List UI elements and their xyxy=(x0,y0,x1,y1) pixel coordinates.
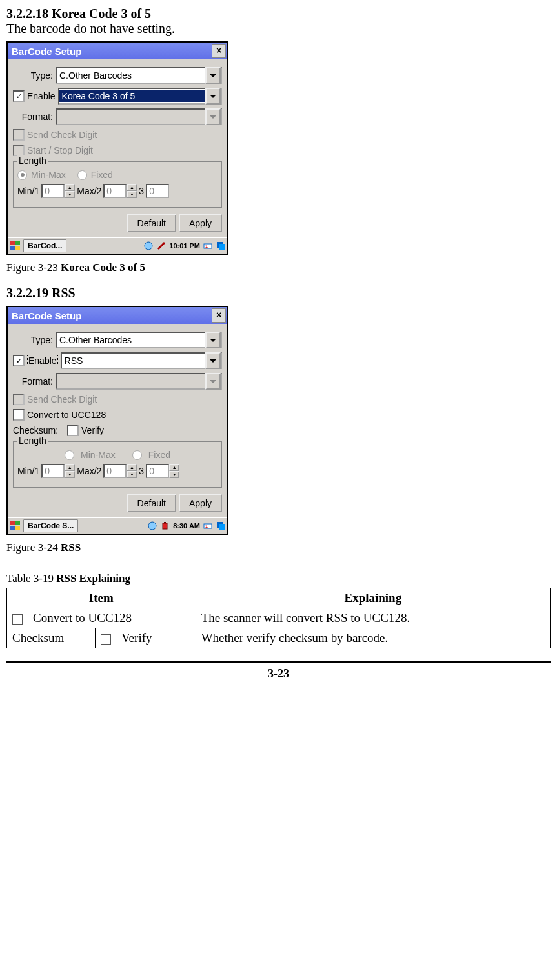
svg-rect-14 xyxy=(163,523,167,529)
th-item: Item xyxy=(7,588,196,608)
table-caption: Table 3-19 RSS Explaining xyxy=(6,572,551,585)
length-legend: Length xyxy=(17,155,48,166)
type-label-2: Type: xyxy=(13,335,53,345)
titlebar-1: BarCode Setup × xyxy=(8,43,227,59)
enable-checkbox-2[interactable]: ✓ xyxy=(13,355,25,366)
convert-ucc-checkbox[interactable] xyxy=(13,409,25,421)
row1-expl: The scanner will convert RSS to UCC128. xyxy=(196,608,550,628)
type-combo-2[interactable]: C.Other Barcodes xyxy=(56,332,222,348)
verify-label: Verify xyxy=(81,425,104,435)
enable-value: Korea Code 3 of 5 xyxy=(59,90,205,102)
taskbar-app-button-2[interactable]: BarCode S... xyxy=(23,519,78,532)
length-fieldset: Length Min-Max Fixed Min/1 0▲▼ Max/2 0▲▼… xyxy=(13,161,222,208)
svg-rect-2 xyxy=(10,246,15,250)
max2-label: Max/2 xyxy=(77,186,101,196)
windows-icon[interactable] xyxy=(216,521,226,531)
type-label: Type: xyxy=(13,70,53,81)
default-button[interactable]: Default xyxy=(127,214,176,232)
send-check-label-2: Send Check Digit xyxy=(27,394,97,405)
fig-prefix-2: Figure 3-24 xyxy=(6,541,61,554)
dropdown-icon[interactable] xyxy=(205,352,221,369)
svg-rect-0 xyxy=(10,241,15,245)
row2-expl: Whether verify checksum by barcode. xyxy=(196,628,550,648)
enable-combo-2[interactable]: RSS xyxy=(61,352,222,369)
length-legend-2: Length xyxy=(17,435,48,446)
section-body-1: The barcode do not have setting. xyxy=(6,21,551,36)
fig-bold-1: Korea Code 3 of 5 xyxy=(61,261,145,274)
minmax-label: Min-Max xyxy=(31,170,66,180)
svg-rect-12 xyxy=(15,526,20,530)
keyboard-icon[interactable]: 1 xyxy=(203,521,213,531)
row2-mid: Verify xyxy=(96,628,196,648)
enable-check-wrap: ✓ Enable xyxy=(13,90,56,102)
svg-rect-10 xyxy=(15,521,20,525)
fig-prefix-1: Figure 3-23 xyxy=(6,261,61,274)
fixed-radio xyxy=(77,170,87,180)
three-label: 3 xyxy=(139,186,144,196)
tool-icon[interactable] xyxy=(156,241,167,251)
send-check-label: Send Check Digit xyxy=(27,130,97,140)
start-stop-label: Start / Stop Digit xyxy=(27,145,93,155)
checksum-label: Checksum: xyxy=(13,425,58,435)
format-label-2: Format: xyxy=(13,376,53,386)
dialog-korea-code: BarCode Setup × Type: C.Other Barcodes ✓… xyxy=(6,41,228,255)
dropdown-icon xyxy=(205,108,221,125)
dropdown-icon[interactable] xyxy=(205,88,221,105)
svg-point-13 xyxy=(148,522,156,530)
svg-text:1: 1 xyxy=(205,244,208,248)
enable-check-wrap-2: ✓ Enable xyxy=(13,355,58,366)
start-icon[interactable] xyxy=(9,519,22,532)
send-check-checkbox-2 xyxy=(13,394,25,405)
close-icon[interactable]: × xyxy=(212,308,226,323)
max2-label-2: Max/2 xyxy=(77,466,101,476)
three-label-2: 3 xyxy=(139,466,144,476)
type-value: C.Other Barcodes xyxy=(57,70,205,81)
svg-text:1: 1 xyxy=(205,524,208,528)
start-icon[interactable] xyxy=(9,239,22,252)
length-fieldset-2: Length Min-Max Fixed Min/1 0▲▼ Max/2 0▲▼… xyxy=(13,441,222,488)
battery-icon[interactable] xyxy=(160,521,170,531)
svg-rect-8 xyxy=(219,244,225,250)
verify-checkbox[interactable] xyxy=(67,425,79,436)
titlebar-text-1: BarCode Setup xyxy=(12,46,81,57)
keyboard-icon[interactable]: 1 xyxy=(203,241,213,251)
network-icon[interactable] xyxy=(147,521,157,531)
tray-1: 10:01 PM 1 xyxy=(143,241,226,251)
svg-rect-3 xyxy=(15,246,20,250)
svg-rect-11 xyxy=(10,526,15,530)
max2-spin: 0▲▼ xyxy=(103,184,137,198)
windows-icon[interactable] xyxy=(216,241,226,251)
svg-rect-15 xyxy=(164,522,166,523)
apply-button-2[interactable]: Apply xyxy=(179,494,222,512)
network-icon[interactable] xyxy=(143,241,154,251)
taskbar-2: BarCode S... 8:30 AM 1 xyxy=(8,517,227,534)
dropdown-icon xyxy=(205,373,221,390)
fixed-label-2: Fixed xyxy=(148,450,170,460)
type-combo[interactable]: C.Other Barcodes xyxy=(56,67,222,84)
row1-item: Convert to UCC128 xyxy=(7,608,196,628)
minmax-radio-2 xyxy=(65,450,74,460)
checkbox-icon xyxy=(12,614,23,625)
min1-label: Min/1 xyxy=(17,186,39,196)
minmax-label-2: Min-Max xyxy=(81,450,116,460)
section-heading-1: 3.2.2.18 Korea Code 3 of 5 xyxy=(6,6,551,21)
send-check-checkbox xyxy=(13,129,25,141)
enable-combo[interactable]: Korea Code 3 of 5 xyxy=(58,88,222,105)
clock-2: 8:30 AM xyxy=(173,522,200,530)
enable-label: Enable xyxy=(27,91,56,101)
three-spin: 0 xyxy=(146,184,169,198)
dialog-body-2: Type: C.Other Barcodes ✓ Enable RSS Form… xyxy=(8,324,227,517)
taskbar-1: BarCod... 10:01 PM 1 xyxy=(8,237,227,254)
default-button-2[interactable]: Default xyxy=(127,494,176,512)
dropdown-icon[interactable] xyxy=(205,67,221,84)
format-value xyxy=(57,116,205,117)
convert-ucc-label: Convert to UCC128 xyxy=(27,410,106,420)
type-value-2: C.Other Barcodes xyxy=(57,334,205,346)
enable-checkbox[interactable]: ✓ xyxy=(13,90,25,102)
minmax-radio xyxy=(17,170,27,180)
format-combo xyxy=(56,108,222,125)
dropdown-icon[interactable] xyxy=(205,332,221,348)
taskbar-app-button[interactable]: BarCod... xyxy=(23,239,66,252)
apply-button[interactable]: Apply xyxy=(179,214,222,232)
close-icon[interactable]: × xyxy=(212,44,226,58)
